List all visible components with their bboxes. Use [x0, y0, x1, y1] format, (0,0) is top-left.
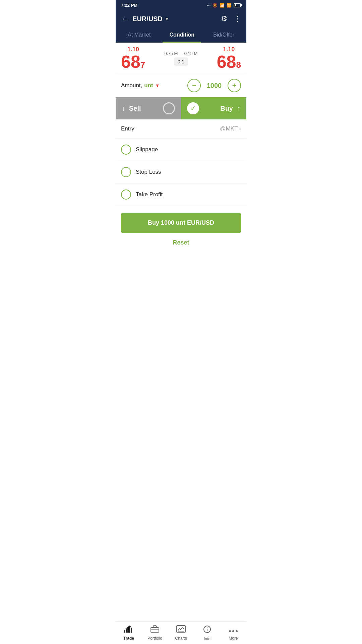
buy-price-col: 1.10 688 — [217, 46, 241, 70]
header-actions: ⚙ ⋮ — [221, 14, 241, 23]
stop-loss-row[interactable]: Stop Loss — [116, 161, 246, 183]
sell-price-big: 687 — [121, 53, 145, 70]
entry-chevron: › — [239, 125, 241, 132]
more-menu-icon[interactable]: ⋮ — [234, 14, 241, 23]
tab-bid-offer[interactable]: Bid/Offer — [206, 27, 241, 43]
amount-row: Amount, unt ▼ − 1000 + — [116, 74, 246, 97]
amount-dropdown-icon[interactable]: ▼ — [155, 83, 160, 88]
slippage-label: Slippage — [136, 146, 158, 153]
take-profit-toggle[interactable] — [121, 190, 131, 200]
main-content: 1.10 687 0.75 M | 0.19 M 0.1 1.10 688 Am… — [116, 43, 246, 279]
status-time: 7:22 PM — [121, 3, 137, 8]
price-panel: 1.10 687 0.75 M | 0.19 M 0.1 1.10 688 — [116, 43, 246, 74]
spread-right: 0.19 M — [184, 51, 198, 56]
tab-at-market[interactable]: At Market — [121, 27, 157, 43]
status-dots: ··· — [207, 3, 210, 8]
battery-icon — [234, 3, 241, 7]
entry-row[interactable]: Entry @MKT › — [116, 119, 246, 139]
amount-value: 1000 — [204, 82, 224, 90]
spread-divider: | — [180, 51, 181, 56]
take-profit-row[interactable]: Take Profit — [116, 183, 246, 206]
buy-up-icon: ↑ — [237, 105, 240, 112]
buy-button[interactable]: ✓ Buy ↑ — [181, 97, 246, 119]
status-right: ··· 🔕 📶 🛜 — [207, 3, 241, 8]
signal-icon: 📶 — [220, 3, 225, 8]
settings-icon[interactable]: ⚙ — [221, 14, 228, 23]
slippage-row[interactable]: Slippage — [116, 139, 246, 161]
header-left: ← EUR/USD ▼ — [121, 14, 169, 23]
bell-icon: 🔕 — [213, 3, 218, 8]
price-spread: 0.75 M | 0.19 M 0.1 — [165, 51, 198, 66]
amount-increase-button[interactable]: + — [228, 79, 241, 92]
status-bar: 7:22 PM ··· 🔕 📶 🛜 — [116, 0, 246, 10]
spread-values: 0.75 M | 0.19 M — [165, 51, 198, 56]
entry-label: Entry — [121, 125, 134, 132]
sell-label: Sell — [129, 105, 141, 112]
trade-tabs: At Market Condition Bid/Offer — [116, 27, 246, 43]
header: ← EUR/USD ▼ ⚙ ⋮ — [116, 10, 246, 27]
trade-direction-toggle: ↓ Sell ✓ Buy ↑ — [116, 97, 246, 119]
buy-action-button[interactable]: Buy 1000 unt EUR/USD — [121, 213, 241, 233]
entry-value: @MKT › — [220, 125, 241, 132]
slippage-toggle[interactable] — [121, 145, 131, 155]
amount-unit: unt — [144, 82, 153, 89]
currency-pair-title[interactable]: EUR/USD ▼ — [132, 15, 169, 23]
buy-toggle-circle: ✓ — [187, 102, 199, 114]
wifi-icon: 🛜 — [227, 3, 232, 8]
amount-decrease-button[interactable]: − — [187, 79, 201, 92]
buy-label: Buy — [220, 105, 233, 112]
sell-down-icon: ↓ — [122, 105, 125, 112]
take-profit-label: Take Profit — [136, 191, 163, 198]
back-button[interactable]: ← — [121, 14, 128, 23]
stop-loss-toggle[interactable] — [121, 167, 131, 177]
tab-condition[interactable]: Condition — [163, 27, 201, 43]
buy-price-big: 688 — [217, 53, 241, 70]
reset-button[interactable]: Reset — [116, 233, 246, 252]
sell-button[interactable]: ↓ Sell — [116, 97, 181, 119]
amount-label: Amount, unt ▼ — [121, 82, 184, 89]
spread-left: 0.75 M — [165, 51, 178, 56]
sell-toggle-circle — [163, 102, 175, 114]
stop-loss-label: Stop Loss — [136, 169, 161, 175]
sell-price-col: 1.10 687 — [121, 46, 145, 70]
spread-box: 0.1 — [174, 57, 188, 66]
title-dropdown-icon: ▼ — [165, 16, 169, 21]
